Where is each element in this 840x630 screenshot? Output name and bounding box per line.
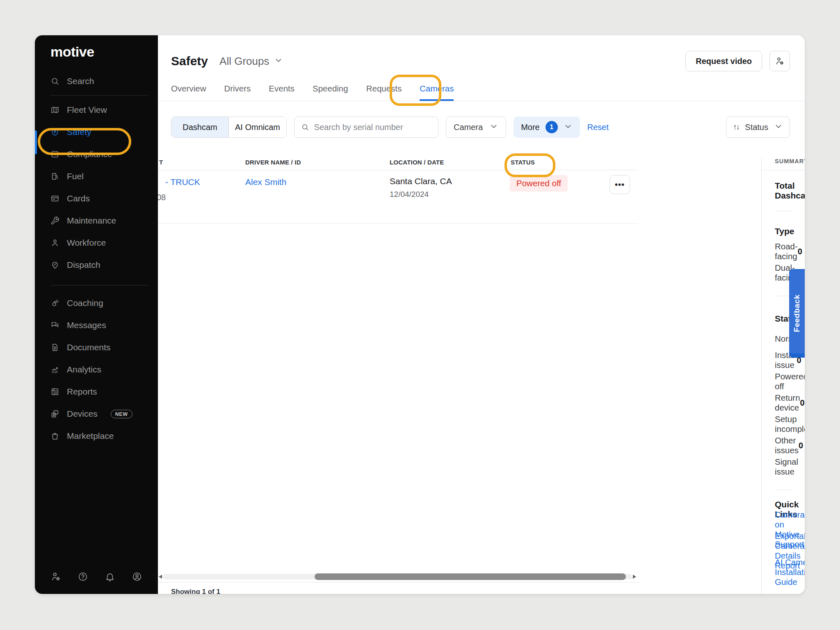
sidebar-item-dispatch[interactable]: Dispatch <box>50 254 158 276</box>
chevron-down-icon <box>774 122 783 133</box>
filter-bar: Dashcam AI Omnicam Camera More 1 Reset <box>158 116 805 138</box>
sidebar-item-coaching[interactable]: Coaching <box>50 292 158 314</box>
chevron-down-icon <box>274 55 283 68</box>
new-badge: NEW <box>111 410 132 418</box>
sort-dropdown[interactable]: ↑↓ Status <box>726 116 790 138</box>
page-title: Safety <box>171 54 208 68</box>
camera-filter-label: Camera <box>454 123 483 132</box>
row-label: Other issues <box>775 436 799 455</box>
group-filter-label: All Groups <box>219 55 269 68</box>
sidebar-item-documents[interactable]: Documents <box>50 336 158 358</box>
row-label: Signal issue <box>775 457 798 477</box>
chat-bubbles-icon <box>50 321 59 330</box>
row-label: Road-facing <box>775 242 798 261</box>
help-icon[interactable] <box>78 571 87 580</box>
notifications-bell-icon[interactable] <box>105 571 114 580</box>
summary-heading: SUMMARY <box>762 158 805 170</box>
profile-icon[interactable] <box>132 571 141 580</box>
sort-arrows-icon: ↑↓ <box>733 123 739 132</box>
safety-tabs: Overview Drivers Events Speeding Request… <box>158 76 805 101</box>
sidebar-item-label: Devices <box>67 409 98 419</box>
filter-count-badge: 1 <box>546 121 558 133</box>
status-badge: Powered off <box>510 175 568 192</box>
serial-search <box>294 116 438 138</box>
sidebar-item-label: Workforce <box>67 238 106 248</box>
sidebar-item-label: Marketplace <box>67 431 114 441</box>
request-video-button[interactable]: Request video <box>685 51 762 71</box>
row-label: Setup incomplete <box>775 414 805 434</box>
sidebar-divider <box>50 285 148 285</box>
table-row: - TRUCK 08 Alex Smith Santa Clara, CA 12… <box>158 170 638 224</box>
sidebar-footer <box>50 564 141 587</box>
document-icon <box>50 343 59 352</box>
reset-filters-link[interactable]: Reset <box>587 123 609 132</box>
chevron-down-icon <box>489 122 498 133</box>
row-value: 0 <box>799 441 803 450</box>
sidebar-item-compliance[interactable]: Compliance <box>50 143 158 165</box>
map-icon <box>50 105 59 114</box>
sidebar-item-cards[interactable]: Cards <box>50 187 158 210</box>
sidebar-item-reports[interactable]: Reports <box>50 381 158 403</box>
sidebar-item-analytics[interactable]: Analytics <box>50 358 158 381</box>
row-value: 0 <box>800 398 805 408</box>
report-icon <box>50 387 59 396</box>
sidebar-item-fleet-view[interactable]: Fleet View <box>50 99 158 121</box>
scroll-right-arrow[interactable] <box>633 575 636 579</box>
tab-cameras[interactable]: Cameras <box>420 76 454 101</box>
scrollbar-thumb[interactable] <box>315 573 626 580</box>
sidebar-item-label: Reports <box>67 387 97 397</box>
scroll-left-arrow[interactable] <box>159 575 162 579</box>
sidebar-item-messages[interactable]: Messages <box>50 314 158 336</box>
sidebar-item-fuel[interactable]: Fuel <box>50 165 158 187</box>
sidebar-item-marketplace[interactable]: Marketplace <box>50 425 158 447</box>
more-filters-label: More <box>521 123 540 132</box>
camera-type-segmented-control: Dashcam AI Omnicam <box>171 116 287 138</box>
user-settings-button[interactable] <box>769 51 790 71</box>
sidebar-item-safety[interactable]: Safety <box>50 121 158 143</box>
summary-row-road-facing: Road-facing 0 <box>775 241 791 262</box>
tab-speeding[interactable]: Speeding <box>313 76 348 101</box>
sidebar-item-label: Fuel <box>67 171 84 181</box>
search-icon <box>50 77 59 86</box>
status-title: Status <box>775 309 791 328</box>
sidebar-item-maintenance[interactable]: Maintenance <box>50 210 158 232</box>
sidebar-divider <box>50 95 148 96</box>
tab-requests[interactable]: Requests <box>366 76 402 101</box>
row-label: Return device <box>775 393 800 413</box>
table-header: T DRIVER NAME / ID LOCATION / DATE STATU… <box>158 158 638 170</box>
quick-link-install-guide[interactable]: AI Camera Installation Guide <box>775 562 791 583</box>
sidebar-item-label: Compliance <box>67 149 112 159</box>
shield-icon <box>50 128 59 137</box>
column-driver: DRIVER NAME / ID <box>245 159 301 166</box>
sidebar-item-devices[interactable]: Devices NEW <box>50 403 158 425</box>
tab-drivers[interactable]: Drivers <box>224 76 251 101</box>
asset-link[interactable]: - TRUCK <box>165 177 200 187</box>
row-menu-button[interactable]: ••• <box>609 175 630 194</box>
row-value: 0 <box>798 247 802 256</box>
sidebar-search[interactable]: Search <box>50 72 158 90</box>
sidebar-item-label: Maintenance <box>67 216 116 226</box>
serial-search-input[interactable] <box>314 123 431 132</box>
driver-link[interactable]: Alex Smith <box>245 177 286 187</box>
group-filter-dropdown[interactable]: All Groups <box>219 55 283 68</box>
column-location: LOCATION / DATE <box>390 159 444 166</box>
tab-overview[interactable]: Overview <box>171 76 206 101</box>
summary-row-signal-issue: Signal issue <box>775 456 791 477</box>
admin-user-gear-icon[interactable] <box>50 571 59 580</box>
sidebar-search-label: Search <box>67 76 94 86</box>
whistle-icon <box>50 299 59 308</box>
credit-card-icon <box>50 194 59 203</box>
column-status: STATUS <box>511 159 535 166</box>
dispatch-pin-icon <box>50 260 59 269</box>
sidebar-item-label: Coaching <box>67 298 103 308</box>
more-filters-dropdown[interactable]: More 1 <box>514 116 580 138</box>
segment-ai-omnicam[interactable]: AI Omnicam <box>229 117 286 137</box>
summary-row-normal: Normal 0 <box>775 328 791 349</box>
camera-filter-dropdown[interactable]: Camera <box>446 116 506 138</box>
sidebar-item-workforce[interactable]: Workforce <box>50 232 158 254</box>
feedback-tab[interactable]: Feedback <box>789 269 805 358</box>
tab-events[interactable]: Events <box>269 76 294 101</box>
column-asset-clipped: T <box>159 159 163 166</box>
search-icon <box>301 123 309 132</box>
segment-dashcam[interactable]: Dashcam <box>171 117 229 137</box>
